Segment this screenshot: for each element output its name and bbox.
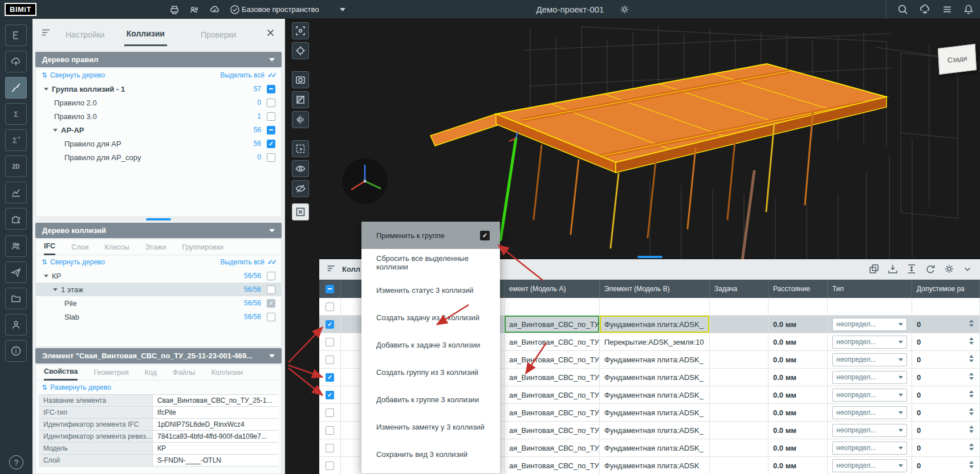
cloud-check-icon[interactable] — [209, 4, 221, 15]
cloud-upload-button[interactable] — [5, 51, 27, 72]
cloud-sync-icon[interactable] — [918, 3, 932, 15]
type-dropdown[interactable]: неопредел... — [832, 424, 907, 437]
tab-checks[interactable]: Проверки — [198, 22, 238, 46]
tree-row[interactable]: Группа коллизий - 157 — [36, 82, 281, 96]
tab-code[interactable]: Код — [145, 369, 157, 380]
charts-button[interactable] — [5, 182, 27, 203]
check-circle-icon[interactable] — [229, 4, 241, 15]
tab-settings[interactable]: Настройки — [63, 22, 107, 46]
tree-row-selected[interactable]: 1 этаж56/56 — [36, 283, 281, 296]
fit-view-button[interactable] — [292, 22, 309, 39]
column-header-model-a[interactable]: емент (Модель A) — [505, 280, 600, 298]
search-icon[interactable] — [897, 3, 909, 15]
plugins-button[interactable] — [5, 208, 27, 230]
menu-item-reset-selected[interactable]: Сбросить все выделенные коллизии — [361, 249, 500, 276]
sigma-plus-button[interactable]: Σ+ — [5, 129, 27, 151]
row-checkbox[interactable] — [326, 426, 334, 435]
row-checkbox[interactable] — [326, 356, 334, 364]
select-all-checkbox[interactable] — [326, 285, 334, 293]
tab-geometry[interactable]: Геометрия — [93, 369, 128, 380]
hide-button[interactable] — [292, 180, 309, 197]
sigma-button[interactable]: Σ — [5, 103, 27, 125]
collisions-tree-header[interactable]: Дерево коллизий — [35, 223, 282, 238]
row-checkbox[interactable] — [267, 140, 275, 148]
menu-item-change-status[interactable]: Изменить статус 3 коллизий — [361, 276, 500, 304]
type-dropdown[interactable]: неопредел... — [832, 442, 907, 455]
stepper[interactable] — [969, 426, 974, 433]
notifications-bell-icon[interactable] — [963, 3, 974, 15]
clear-selection-button[interactable] — [292, 203, 309, 220]
row-checkbox[interactable] — [326, 444, 334, 452]
row-checkbox[interactable] — [267, 285, 275, 294]
type-dropdown[interactable]: неопредел... — [832, 406, 907, 419]
expand-tree-link[interactable]: ⇅Развернуть дерево — [42, 383, 111, 391]
collisions-button[interactable] — [5, 77, 27, 99]
type-dropdown[interactable]: неопредел... — [832, 353, 907, 366]
row-checkbox[interactable] — [326, 391, 334, 399]
tab-ifc[interactable]: IFC — [44, 242, 55, 255]
show-button[interactable] — [292, 160, 309, 177]
stepper[interactable] — [969, 373, 974, 380]
help-button[interactable]: ? — [9, 455, 23, 469]
row-checkbox[interactable] — [326, 408, 334, 417]
mirror-button[interactable] — [292, 111, 309, 128]
type-dropdown[interactable]: неопредел... — [832, 459, 907, 472]
section-plane-button[interactable] — [292, 91, 309, 108]
row-checkbox[interactable] — [326, 338, 334, 346]
stepper[interactable] — [969, 408, 974, 415]
workspace-selector[interactable]: Базовое пространство — [242, 0, 319, 19]
gear-icon[interactable] — [944, 263, 955, 275]
tab-grouping[interactable]: Группировки — [182, 243, 223, 255]
row-checkbox[interactable] — [326, 303, 334, 311]
panel-resize-handle[interactable] — [637, 256, 662, 258]
tab-layers[interactable]: Слои — [71, 243, 88, 255]
shared-folder-button[interactable] — [5, 288, 27, 309]
screenshot-button[interactable] — [292, 71, 309, 88]
column-header-type[interactable]: Тип — [828, 280, 912, 298]
collapse-tree-link[interactable]: ⇅Свернуть дерево — [42, 71, 105, 79]
tree-row[interactable]: Правило для АР56 — [36, 137, 281, 150]
tree-row[interactable]: Правило 2.00 — [36, 96, 281, 109]
type-dropdown[interactable]: неопредел... — [832, 389, 907, 402]
type-dropdown[interactable]: неопредел... — [832, 371, 907, 384]
menu-item-save-view[interactable]: Сохранить вид 3 коллизий — [361, 440, 500, 468]
tree-row[interactable]: АР-АР56 — [36, 123, 281, 137]
tree-row[interactable]: Правило для АР_copy0 — [36, 150, 281, 164]
menu-item-apply-to-group[interactable]: Применить к группе — [361, 222, 500, 249]
stepper[interactable] — [969, 443, 974, 451]
apply-to-group-checkbox[interactable] — [480, 231, 490, 240]
close-panel-button[interactable] — [266, 28, 275, 40]
copy-icon[interactable] — [868, 263, 880, 275]
stepper[interactable] — [969, 461, 974, 468]
send-button[interactable] — [5, 261, 27, 283]
tab-collisions[interactable]: Коллизии — [124, 21, 167, 46]
tab-floors[interactable]: Этажи — [145, 243, 166, 255]
fit-rows-icon[interactable] — [906, 263, 917, 275]
tree-row[interactable]: Slab56/56 — [36, 310, 281, 324]
users-button[interactable] — [5, 235, 27, 257]
select-all-link[interactable]: Выделить всё✓✓ — [220, 71, 275, 79]
row-checkbox[interactable] — [267, 153, 275, 162]
profile-button[interactable] — [5, 314, 27, 336]
row-checkbox[interactable] — [267, 126, 275, 134]
workspace-caret[interactable] — [340, 0, 345, 19]
stepper[interactable] — [969, 355, 974, 362]
panel-menu-icon[interactable] — [40, 27, 52, 40]
tab-files[interactable]: Файлы — [173, 369, 196, 380]
navigation-cube[interactable]: Сзади — [935, 40, 980, 79]
section-resize-handle[interactable] — [146, 218, 171, 220]
row-checkbox[interactable] — [267, 99, 275, 107]
column-header-distance[interactable]: Расстояние — [768, 280, 828, 298]
column-header-model-b[interactable]: Элемент (Модель B) — [600, 280, 710, 298]
select-all-link[interactable]: Выделить всё✓✓ — [220, 258, 275, 266]
tab-properties[interactable]: Свойства — [44, 367, 78, 381]
row-checkbox[interactable] — [267, 85, 275, 93]
info-button[interactable] — [5, 340, 27, 362]
row-checkbox[interactable] — [267, 112, 275, 121]
refresh-icon[interactable] — [925, 263, 936, 275]
row-checkbox[interactable] — [267, 299, 275, 308]
row-checkbox[interactable] — [267, 272, 275, 280]
menu-item-add-to-group[interactable]: Добавить к группе 3 коллизии — [361, 386, 500, 413]
tree-row[interactable]: Pile56/56 — [36, 296, 281, 310]
device-icon[interactable] — [169, 4, 180, 15]
